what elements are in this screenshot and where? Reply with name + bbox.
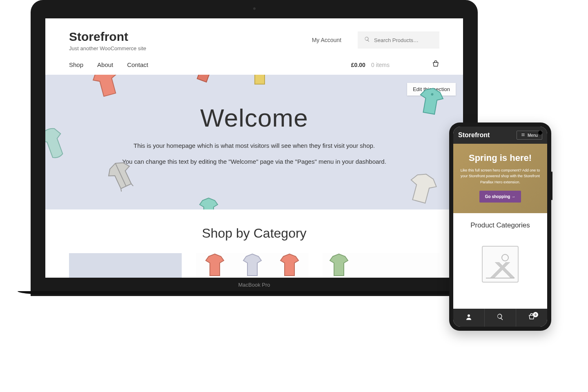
cart-icon[interactable] [432, 60, 439, 69]
mobile-header: Storefront Menu [453, 127, 547, 144]
phone-power-button [551, 172, 552, 200]
laptop-device: Storefront Just another WooCommerce site… [31, 0, 478, 296]
mobile-tabbar: 0 [453, 309, 547, 327]
hero-text-2: You can change this text by editing the … [45, 158, 463, 165]
shirt-icon [203, 253, 227, 278]
shop-by-category: Shop by Category [45, 209, 463, 278]
header-right: My Account [312, 30, 439, 49]
mobile-categories-title: Product Categories [453, 221, 547, 229]
mobile-site-title[interactable]: Storefront [458, 131, 490, 139]
nav-link-about[interactable]: About [97, 61, 113, 68]
phone-device: Storefront Menu Spring is here! Like thi… [449, 122, 551, 331]
category-card[interactable] [323, 253, 439, 278]
shirt-icon [189, 75, 219, 87]
nav-link-shop[interactable]: Shop [69, 61, 83, 68]
phone-bezel: Storefront Menu Spring is here! Like thi… [449, 122, 551, 331]
cart-total: £0.00 [351, 62, 365, 68]
desktop-viewport: Storefront Just another WooCommerce site… [45, 18, 463, 278]
shirt-icon [247, 75, 274, 87]
site-title[interactable]: Storefront [69, 30, 146, 44]
shirt-icon [414, 85, 449, 120]
shirt-icon [196, 197, 223, 209]
category-card[interactable] [196, 253, 309, 278]
site-tagline: Just another WooCommerce site [69, 45, 146, 51]
laptop-camera [253, 7, 256, 10]
go-shopping-button[interactable]: Go shopping → [479, 191, 521, 203]
nav-links: Shop About Contact [69, 61, 148, 68]
cart-summary[interactable]: £0.00 0 items [351, 60, 439, 69]
my-account-link[interactable]: My Account [312, 37, 341, 43]
site-branding: Storefront Just another WooCommerce site [69, 30, 146, 51]
shirt-icon [240, 253, 265, 278]
desktop-header: Storefront Just another WooCommerce site… [45, 18, 463, 56]
shirt-icon [277, 253, 302, 278]
hamburger-icon [521, 133, 525, 138]
shirt-icon [402, 169, 444, 209]
laptop-model-label: MacBook Pro [238, 282, 270, 288]
laptop-bezel: Storefront Just another WooCommerce site… [31, 0, 478, 296]
mobile-hero-body: Like this full screen hero component? Ad… [459, 167, 541, 185]
mobile-hero: Spring is here! Like this full screen he… [453, 144, 547, 213]
mobile-hero-title: Spring is here! [459, 153, 541, 163]
mobile-viewport: Storefront Menu Spring is here! Like thi… [453, 127, 547, 327]
mobile-body: Product Categories [453, 213, 547, 309]
image-placeholder-icon [482, 246, 519, 283]
hero-text-1: This is your homepage which is what most… [45, 142, 463, 149]
svg-point-1 [468, 314, 470, 317]
tab-search[interactable] [484, 309, 516, 327]
shirt-icon [327, 253, 351, 278]
categories-title: Shop by Category [45, 226, 463, 241]
cart-badge: 0 [533, 312, 538, 317]
search-icon [364, 36, 370, 44]
laptop-stand [18, 291, 491, 294]
cart-items-count: 0 items [371, 62, 390, 68]
search-box[interactable] [358, 31, 439, 49]
user-icon [465, 313, 472, 322]
search-icon [497, 313, 504, 322]
primary-nav: Shop About Contact £0.00 0 items [45, 56, 463, 75]
category-cards [45, 241, 463, 278]
hero-title: Welcome [45, 103, 463, 132]
shirt-icon [87, 75, 127, 103]
phone-camera [538, 131, 542, 135]
tab-cart[interactable]: 0 [516, 309, 547, 327]
category-card[interactable] [69, 253, 182, 278]
hero-section: Edit this section Welcome This is your h… [45, 75, 463, 209]
laptop-base: MacBook Pro [45, 278, 463, 292]
menu-button-label: Menu [528, 133, 538, 138]
nav-link-contact[interactable]: Contact [127, 61, 148, 68]
tab-account[interactable] [453, 309, 484, 327]
search-input[interactable] [374, 37, 433, 43]
